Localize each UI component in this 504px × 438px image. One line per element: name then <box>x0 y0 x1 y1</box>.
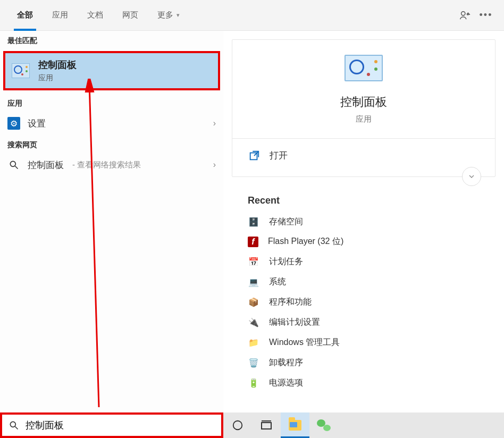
power-icon: 🔋 <box>248 377 259 389</box>
open-action[interactable]: 打开 <box>246 139 481 166</box>
expand-button[interactable] <box>462 167 481 186</box>
result-web-query: 控制面板 <box>28 159 64 171</box>
tab-more-label: 更多 <box>157 10 173 20</box>
chevron-right-icon: › <box>213 119 216 128</box>
recent-list: 🗄️存储空间 fFlash Player (32 位) 📅计划任务 💻系统 📦程… <box>248 212 495 393</box>
storage-icon: 🗄️ <box>248 216 259 228</box>
recent-item-admin-tools[interactable]: 📁Windows 管理工具 <box>248 332 495 352</box>
tab-docs-label: 文档 <box>87 10 103 20</box>
more-options-button[interactable]: ••• <box>475 5 497 26</box>
gear-icon: ⚙ <box>7 117 20 130</box>
recent-item-flash[interactable]: fFlash Player (32 位) <box>248 232 495 251</box>
svg-line-2 <box>15 166 18 169</box>
recent-item-label: 计划任务 <box>269 256 303 267</box>
recent-heading: Recent <box>248 195 495 206</box>
tab-docs[interactable]: 文档 <box>78 0 113 31</box>
svg-point-6 <box>233 421 242 430</box>
result-web-search[interactable]: 控制面板 - 查看网络搜索结果 › <box>0 153 223 176</box>
recent-item-label: 系统 <box>269 276 286 288</box>
taskbar-search-input[interactable] <box>26 420 215 431</box>
tab-more[interactable]: 更多 ▾ <box>148 0 189 31</box>
section-best-match: 最佳匹配 <box>0 31 223 49</box>
task-view-button[interactable] <box>252 412 281 438</box>
folder-icon: 📁 <box>248 336 259 348</box>
control-panel-icon <box>345 55 383 81</box>
chevron-right-icon: › <box>213 160 216 170</box>
best-match-subtitle: 应用 <box>38 73 77 83</box>
preview-subtitle: 应用 <box>246 114 481 124</box>
top-tab-bar: 全部 应用 文档 网页 更多 ▾ ••• <box>0 0 504 31</box>
open-icon <box>248 150 260 162</box>
search-icon <box>7 158 20 171</box>
search-icon <box>9 420 19 431</box>
feedback-button[interactable] <box>454 5 475 26</box>
svg-rect-7 <box>262 423 271 429</box>
preview-title: 控制面板 <box>246 94 481 110</box>
feedback-icon <box>459 10 471 21</box>
recent-item-label: 卸载程序 <box>269 357 303 368</box>
svg-line-5 <box>15 427 18 429</box>
tab-web-label: 网页 <box>122 10 138 20</box>
task-view-icon <box>260 419 273 432</box>
caret-down-icon: ▾ <box>177 12 180 19</box>
control-panel-icon <box>12 63 30 78</box>
file-explorer-button[interactable] <box>281 412 309 438</box>
programs-icon: 📦 <box>248 296 259 308</box>
svg-point-4 <box>10 422 15 427</box>
uninstall-icon: 🗑️ <box>248 357 259 368</box>
recent-item-storage[interactable]: 🗄️存储空间 <box>248 212 495 232</box>
file-explorer-icon <box>289 420 301 431</box>
recent-item-system[interactable]: 💻系统 <box>248 272 495 292</box>
recent-item-uninstall[interactable]: 🗑️卸载程序 <box>248 352 495 373</box>
wechat-button[interactable] <box>309 412 338 438</box>
results-pane: 最佳匹配 控制面板 应用 应用 ⚙ 设置 › 搜索网页 控制面板 - 查看网络搜… <box>0 31 223 412</box>
recent-item-power-options[interactable]: 🔋电源选项 <box>248 373 495 393</box>
preview-pane: 控制面板 应用 打开 Recent 🗄️存储空间 fFlash Player (… <box>223 31 504 412</box>
best-match-title: 控制面板 <box>38 58 77 71</box>
flash-icon: f <box>248 237 258 247</box>
recent-item-label: 编辑计划设置 <box>269 317 320 328</box>
recent-item-label: Windows 管理工具 <box>269 337 340 348</box>
recent-item-programs[interactable]: 📦程序和功能 <box>248 292 495 312</box>
taskbar-search[interactable] <box>0 412 223 438</box>
recent-item-label: 程序和功能 <box>269 297 312 308</box>
tab-all-label: 全部 <box>17 10 33 20</box>
section-search-web: 搜索网页 <box>0 135 223 153</box>
tab-apps-label: 应用 <box>52 10 68 20</box>
tab-all[interactable]: 全部 <box>7 0 43 31</box>
cortana-icon <box>232 419 243 431</box>
power-plan-icon: 🔌 <box>248 316 259 328</box>
section-apps: 应用 <box>0 94 223 112</box>
wechat-icon <box>317 419 331 431</box>
recent-item-label: 存储空间 <box>269 216 303 228</box>
result-settings-label: 设置 <box>28 117 46 130</box>
system-icon: 💻 <box>248 276 259 288</box>
cortana-button[interactable] <box>223 412 252 438</box>
result-settings[interactable]: ⚙ 设置 › <box>0 112 223 135</box>
recent-item-scheduled-tasks[interactable]: 📅计划任务 <box>248 251 495 272</box>
chevron-down-icon <box>467 172 476 181</box>
ellipsis-icon: ••• <box>480 10 493 21</box>
recent-item-label: 电源选项 <box>269 377 303 389</box>
tab-web[interactable]: 网页 <box>113 0 148 31</box>
open-label: 打开 <box>270 149 288 162</box>
tab-apps[interactable]: 应用 <box>43 0 78 31</box>
preview-card: 控制面板 应用 打开 <box>232 39 495 177</box>
taskbar <box>0 412 504 438</box>
result-web-suffix: - 查看网络搜索结果 <box>72 160 141 170</box>
task-icon: 📅 <box>248 256 259 267</box>
recent-item-edit-plan[interactable]: 🔌编辑计划设置 <box>248 312 495 332</box>
recent-item-label: Flash Player (32 位) <box>268 236 343 247</box>
best-match-result[interactable]: 控制面板 应用 <box>3 51 220 90</box>
svg-point-1 <box>10 161 15 166</box>
svg-point-0 <box>461 11 465 15</box>
